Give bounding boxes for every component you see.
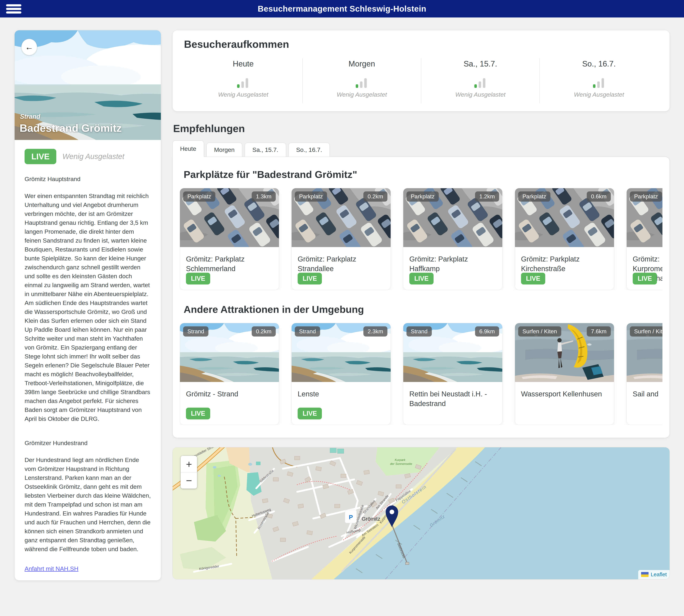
live-badge: LIVE	[186, 273, 210, 284]
card-title: Rettin bei Neustadt i.H. - Badestrand	[403, 382, 502, 408]
category-badge: Parkplatz	[630, 192, 662, 202]
parking-card[interactable]: Parkplatz 1.3km Grömitz: Parkplatz Schle…	[180, 188, 279, 290]
attraction-card-row: Strand 0.2km Grömitz - Strand LIVE Stran…	[180, 323, 662, 425]
parking-card-row: Parkplatz 1.3km Grömitz: Parkplatz Schle…	[180, 188, 662, 290]
hamburger-menu-icon[interactable]	[6, 4, 22, 14]
category-badge: Parkplatz	[518, 192, 550, 202]
place-subtitle-2: Grömitzer Hundestrand	[25, 440, 151, 446]
category-badge: Parkplatz	[407, 192, 439, 202]
card-title: Grömitz: Parkplatz Schlemmerland	[180, 247, 279, 273]
occupancy-bars-icon	[474, 78, 487, 88]
distance-badge: 1.3km	[252, 192, 276, 202]
attraction-card[interactable]: Surfen / Kiten Sail and	[626, 323, 662, 425]
back-arrow-icon: ←	[25, 42, 33, 52]
place-category-label: Strand	[20, 113, 40, 120]
card-title: Sail and	[626, 382, 662, 399]
distance-badge: 7.6km	[587, 326, 611, 336]
category-badge: Strand	[295, 326, 320, 336]
page-layout: ← Strand Badestrand Grömitz LIVE Wenig A…	[0, 18, 684, 580]
forecast-title: Besucheraufkommen	[184, 38, 658, 50]
place-hero-image: ← Strand Badestrand Grömitz	[15, 30, 161, 140]
transit-link[interactable]: Anfahrt mit NAH.SH	[25, 565, 78, 572]
live-badge: LIVE	[298, 273, 322, 284]
category-badge: Surfen / Kiten	[630, 326, 662, 336]
attraction-card[interactable]: Strand 0.2km Grömitz - Strand LIVE	[180, 323, 279, 425]
map-town-label: Grömitz	[362, 516, 380, 522]
live-badge: LIVE	[409, 273, 434, 284]
back-button[interactable]: ←	[21, 39, 37, 55]
place-description-1: Wer einen entspannten Strandtag mit reic…	[25, 192, 151, 423]
category-badge: Parkplatz	[295, 192, 327, 202]
distance-badge: 0.2km	[252, 326, 276, 336]
tab-sa-15-7[interactable]: Sa., 15.7.	[245, 142, 286, 157]
app-header: Besuchermanagement Schleswig-Holstein	[0, 0, 684, 18]
main-content: Besucheraufkommen Heute Wenig Ausgelaste…	[173, 30, 670, 579]
leaflet-flag-icon	[641, 572, 648, 577]
recommendations-title: Empfehlungen	[173, 123, 670, 134]
forecast-day-tomorrow[interactable]: Morgen Wenig Ausgelastet	[302, 58, 421, 103]
live-badge: LIVE	[186, 408, 210, 419]
attraction-card[interactable]: Strand 6.9km Rettin bei Neustadt i.H. - …	[403, 323, 502, 425]
card-title: Wassersport Kellenhusen	[515, 382, 614, 399]
place-description-2: Der Hundestrand liegt am nördlichen Ende…	[25, 456, 151, 553]
place-detail-card: ← Strand Badestrand Grömitz LIVE Wenig A…	[15, 30, 161, 580]
card-title: Grömitz - Strand	[180, 382, 279, 399]
tab-so-16-7[interactable]: So., 16.7.	[289, 142, 330, 157]
card-title: Grömitz: Parkplatz Kirchenstraße	[515, 247, 614, 273]
attractions-section-heading: Andere Attraktionen in der Umgebung	[184, 304, 662, 315]
distance-badge: 0.6km	[587, 192, 611, 202]
card-title: Grömitz: Parkplatz Strandallee	[292, 247, 391, 273]
recommendation-tabs: Heute Morgen Sa., 15.7. So., 16.7.	[173, 140, 670, 157]
parking-card[interactable]: Parkplatz 0.2km Grömitz: Parkplatz Stran…	[291, 188, 391, 290]
tab-heute[interactable]: Heute	[173, 140, 204, 157]
occupancy-bars-icon	[237, 78, 250, 88]
attraction-card[interactable]: Strand 2.3km Lenste LIVE	[291, 323, 391, 425]
category-badge: Surfen / Kiten	[518, 326, 561, 336]
category-badge: Parkplatz	[183, 192, 215, 202]
map-parking-symbol: P	[349, 514, 353, 521]
app-title: Besuchermanagement Schleswig-Holstein	[258, 4, 426, 14]
live-badge: LIVE	[298, 408, 322, 419]
category-badge: Strand	[407, 326, 432, 336]
place-detail-body: LIVE Wenig Ausgelastet Grömitz Hauptstra…	[15, 140, 161, 572]
occupancy-bars-icon	[593, 78, 606, 88]
parking-card[interactable]: Parkplatz 0.6km Grömitz: Parkplatz Kirch…	[515, 188, 614, 290]
occupancy-bars-icon	[355, 78, 368, 88]
forecast-day-today[interactable]: Heute Wenig Ausgelastet	[184, 58, 302, 103]
leaflet-link[interactable]: Leaflet	[651, 571, 667, 577]
map-attribution: Leaflet	[638, 570, 669, 579]
live-badge: LIVE	[25, 149, 56, 164]
distance-badge: 1.2km	[475, 192, 499, 202]
category-badge: Strand	[183, 326, 208, 336]
forecast-day-saturday[interactable]: Sa., 15.7. Wenig Ausgelastet	[421, 58, 540, 103]
map-canvas[interactable]: P Neustädter Straße Kurpromenade Kurprom…	[173, 447, 669, 579]
place-subtitle-1: Grömitz Hauptstrand	[25, 176, 151, 182]
map-park-label: der Sonnenseite	[390, 462, 412, 466]
card-title: Lenste	[292, 382, 391, 399]
attraction-card[interactable]: Surfen / Kiten 7.6km Wassersport Kellenh…	[515, 323, 614, 425]
map[interactable]: P Neustädter Straße Kurpromenade Kurprom…	[173, 447, 670, 579]
forecast-day-sunday[interactable]: So., 16.7. Wenig Ausgelastet	[540, 58, 658, 103]
card-title: Grömitz: Parkplatz Haffkamp	[403, 247, 502, 273]
tab-morgen[interactable]: Morgen	[206, 142, 242, 157]
live-badge: LIVE	[633, 273, 657, 284]
map-zoom-controls: + −	[180, 456, 197, 489]
visitor-forecast-card: Besucheraufkommen Heute Wenig Ausgelaste…	[173, 30, 670, 111]
recommendations-panel: Parkplätze für "Badestrand Grömitz" Park…	[173, 157, 670, 438]
map-park-label: Kurpark	[395, 458, 406, 462]
occupancy-status: Wenig Ausgelastet	[62, 152, 124, 161]
distance-badge: 6.9km	[475, 326, 499, 336]
parking-card[interactable]: Parkplatz 1.2km Grömitz: Parkplatz Haffk…	[403, 188, 502, 290]
distance-badge: 0.2km	[363, 192, 387, 202]
distance-badge: 2.3km	[363, 326, 387, 336]
parking-section-heading: Parkplätze für "Badestrand Grömitz"	[184, 169, 662, 180]
parking-card[interactable]: Parkplatz Grömitz: Kurpromenade Falkenth…	[626, 188, 662, 290]
zoom-out-button[interactable]: −	[181, 472, 197, 488]
live-badge: LIVE	[521, 273, 545, 284]
place-title: Badestrand Grömitz	[20, 122, 122, 134]
zoom-in-button[interactable]: +	[181, 456, 197, 472]
